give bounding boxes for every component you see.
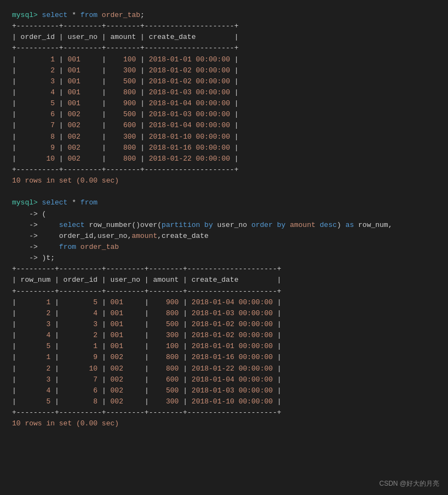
table2-sep-mid: +---------+----------+---------+--------… xyxy=(12,286,436,297)
table-row: | 1 | 001 | 100 | 2018-01-01 00:00:00 | xyxy=(12,54,436,65)
table-row: | 4 | 001 | 800 | 2018-01-03 00:00:00 | xyxy=(12,87,436,98)
blank-line xyxy=(12,186,436,197)
table-row: | 3 | 001 | 500 | 2018-01-02 00:00:00 | xyxy=(12,76,436,87)
query1-prompt: mysql> select * from order_tab; xyxy=(12,10,436,21)
table1-sep-top: +----------+---------+--------+---------… xyxy=(12,21,436,32)
table-row: | 5 | 1 | 001 | 100 | 2018-01-01 00:00:0… xyxy=(12,341,436,352)
table2-sep-top: +---------+----------+---------+--------… xyxy=(12,264,436,275)
table-row: | 9 | 002 | 800 | 2018-01-16 00:00:00 | xyxy=(12,143,436,153)
query2-line5: -> from order_tab xyxy=(12,242,436,253)
table-row: | 1 | 5 | 001 | 900 | 2018-01-04 00:00:0… xyxy=(12,297,436,308)
table-row: | 2 | 10 | 002 | 800 | 2018-01-22 00:00:… xyxy=(12,363,436,374)
table-row: | 6 | 002 | 500 | 2018-01-03 00:00:00 | xyxy=(12,109,436,120)
table2-result: 10 rows in set (0.00 sec) xyxy=(12,418,436,429)
table1-sep-mid: +----------+---------+--------+---------… xyxy=(12,43,436,54)
query2-line4: -> order_id,user_no,amount,create_date xyxy=(12,231,436,242)
watermark: CSDN @好大的月亮 xyxy=(379,479,439,488)
table-row: | 10 | 002 | 800 | 2018-01-22 00:00:00 | xyxy=(12,153,436,164)
table-row: | 5 | 8 | 002 | 300 | 2018-01-10 00:00:0… xyxy=(12,396,436,407)
table-row: | 1 | 9 | 002 | 800 | 2018-01-16 00:00:0… xyxy=(12,352,436,363)
query2-line6: -> )t; xyxy=(12,253,436,264)
table-row: | 4 | 6 | 002 | 500 | 2018-01-03 00:00:0… xyxy=(12,385,436,396)
table-row: | 2 | 001 | 300 | 2018-01-02 00:00:00 | xyxy=(12,65,436,76)
table1-sep-bot: +----------+---------+--------+---------… xyxy=(12,164,436,175)
table1-result: 10 rows in set (0.00 sec) xyxy=(12,175,436,186)
query2-line2: -> ( xyxy=(12,209,436,220)
table1-header: | order_id | user_no | amount | create_d… xyxy=(12,32,436,43)
terminal: mysql> select * from order_tab; +-------… xyxy=(5,5,443,434)
table-row: | 7 | 002 | 600 | 2018-01-04 00:00:00 | xyxy=(12,120,436,131)
query2-line3: -> select row_number()over(partition by … xyxy=(12,220,436,231)
table2-header: | row_num | order_id | user_no | amount … xyxy=(12,275,436,286)
table-row: | 8 | 002 | 300 | 2018-01-10 00:00:00 | xyxy=(12,132,436,143)
table-row: | 4 | 2 | 001 | 300 | 2018-01-02 00:00:0… xyxy=(12,330,436,341)
table-row: | 5 | 001 | 900 | 2018-01-04 00:00:00 | xyxy=(12,98,436,109)
table-row: | 3 | 3 | 001 | 500 | 2018-01-02 00:00:0… xyxy=(12,319,436,330)
table-row: | 2 | 4 | 001 | 800 | 2018-01-03 00:00:0… xyxy=(12,308,436,319)
query2-line1: mysql> select * from xyxy=(12,197,436,208)
table2-sep-bot: +---------+----------+---------+--------… xyxy=(12,407,436,418)
table-row: | 3 | 7 | 002 | 600 | 2018-01-04 00:00:0… xyxy=(12,374,436,385)
